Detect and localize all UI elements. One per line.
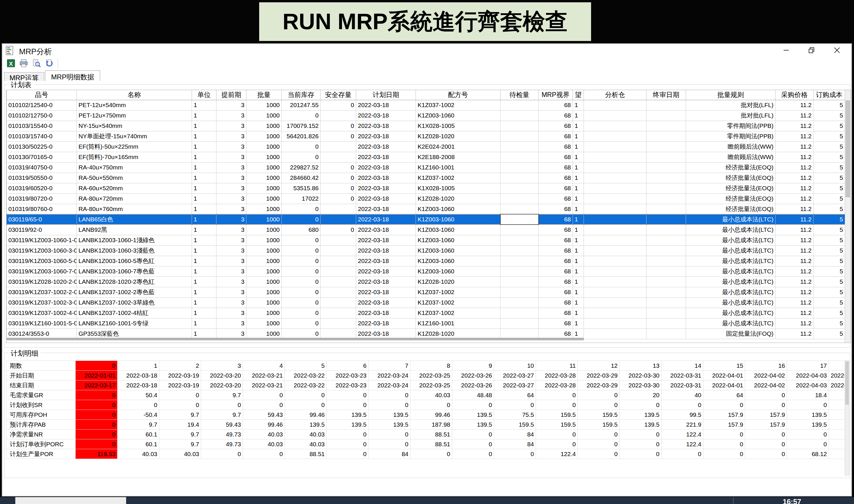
cell[interactable]: 1 xyxy=(192,204,216,214)
cell[interactable]: 68 xyxy=(539,204,573,214)
cell[interactable]: 1000 xyxy=(247,224,282,235)
column-header[interactable]: 望 xyxy=(573,90,584,100)
cell[interactable] xyxy=(501,152,539,162)
cell[interactable]: 68 xyxy=(539,193,573,204)
cell[interactable] xyxy=(501,162,539,173)
plan-detail-vertical-scrollbar[interactable] xyxy=(845,361,849,475)
cell[interactable]: 1 xyxy=(192,235,216,245)
cell[interactable]: 3 xyxy=(216,152,247,162)
cell[interactable]: 201247.55 xyxy=(282,100,321,110)
cell[interactable]: 3 xyxy=(216,328,247,339)
cell[interactable] xyxy=(647,245,686,256)
restore-button[interactable] xyxy=(799,44,824,57)
cell[interactable]: 0 xyxy=(282,214,321,224)
cell[interactable]: 1 xyxy=(192,214,216,224)
cell[interactable]: RA-40u×750mm xyxy=(77,162,192,173)
cell[interactable]: 1000 xyxy=(247,131,282,141)
cell[interactable]: 11.2 xyxy=(776,328,814,339)
cell[interactable] xyxy=(647,100,686,110)
cell[interactable]: 1 xyxy=(573,152,584,162)
cell[interactable]: 68 xyxy=(539,131,573,141)
cell[interactable]: 11.2 xyxy=(776,256,814,266)
plan-table-vertical-scrollbar[interactable] xyxy=(845,90,851,343)
cell[interactable]: 0 xyxy=(321,173,356,183)
cell[interactable]: 1 xyxy=(573,235,584,245)
cell[interactable]: 2022-03-18 xyxy=(356,256,416,266)
cell[interactable] xyxy=(584,100,647,110)
cell[interactable]: 5 xyxy=(814,297,845,308)
cell[interactable] xyxy=(647,308,686,318)
cell[interactable]: 经济批量法(EOQ) xyxy=(686,193,776,204)
column-header[interactable]: 分析仓 xyxy=(584,90,647,100)
cell[interactable]: 0 xyxy=(282,308,321,318)
cell[interactable] xyxy=(501,110,539,121)
cell[interactable]: 030119/K1Z003-1060-5-0 xyxy=(7,256,77,266)
cell[interactable]: LANBK1Z160-1001-5专绿 xyxy=(77,318,192,328)
cell[interactable]: 53515.86 xyxy=(282,183,321,193)
cell[interactable] xyxy=(647,152,686,162)
cell[interactable]: LANBK1Z003-1060-1淺綠色 xyxy=(77,235,192,245)
cell[interactable]: 2022-03-18 xyxy=(356,214,416,224)
cell[interactable] xyxy=(647,121,686,131)
cell[interactable]: 1 xyxy=(192,245,216,256)
cell[interactable] xyxy=(647,110,686,121)
cell[interactable]: 2022-03-18 xyxy=(356,287,416,297)
cell[interactable] xyxy=(647,318,686,328)
cell[interactable]: 最小总成本法(LTC) xyxy=(686,245,776,256)
cell[interactable]: 68 xyxy=(539,183,573,193)
cell[interactable]: 68 xyxy=(539,141,573,152)
cell[interactable] xyxy=(584,141,647,152)
cell[interactable]: 030119/K1Z028-1020-2-0 xyxy=(7,276,77,287)
table-row[interactable]: 010102/12540-0PET-12u×540mm131000201247.… xyxy=(7,100,845,110)
table-row[interactable]: 030124/3553-0GP3553深藍色13100002022-03-18K… xyxy=(7,328,845,339)
tab-mrp-run[interactable]: MRP运算 xyxy=(4,72,44,81)
table-row[interactable]: 030119/K1Z003-1060-1-0LANBK1Z003-1060-1淺… xyxy=(7,235,845,245)
cell[interactable]: 1 xyxy=(573,276,584,287)
table-row[interactable]: 010130/50225-0EF(筒料)-50u×225mm1310000202… xyxy=(7,141,845,152)
cell[interactable]: 11.2 xyxy=(776,266,814,276)
cell[interactable]: 最小总成本法(LTC) xyxy=(686,287,776,297)
cell[interactable]: 1 xyxy=(192,297,216,308)
cell[interactable]: 最小总成本法(LTC) xyxy=(686,308,776,318)
cell[interactable] xyxy=(321,235,356,245)
cell[interactable]: 1 xyxy=(573,328,584,339)
table-row[interactable]: 010319/50550-0RA-50u×550mm131000284660.4… xyxy=(7,173,845,183)
cell[interactable]: RA-60u×520mm xyxy=(77,183,192,193)
cell[interactable]: 2022-03-18 xyxy=(356,328,416,339)
cell[interactable]: 010319/60520-0 xyxy=(7,183,77,193)
cell[interactable]: 0 xyxy=(282,245,321,256)
cell[interactable]: 1 xyxy=(192,131,216,141)
cell[interactable]: 11.2 xyxy=(776,183,814,193)
cell[interactable]: 68 xyxy=(539,328,573,339)
cell[interactable]: 5 xyxy=(814,121,845,131)
cell[interactable]: 1000 xyxy=(247,245,282,256)
cell[interactable]: 5 xyxy=(814,141,845,152)
column-header[interactable]: 批量 xyxy=(247,90,282,100)
cell[interactable]: 68 xyxy=(539,121,573,131)
table-row[interactable]: 010319/80720-0RA-80u×720mm13100017022020… xyxy=(7,193,845,204)
cell[interactable] xyxy=(584,183,647,193)
cell[interactable]: 1 xyxy=(573,204,584,214)
cell[interactable]: 3 xyxy=(216,204,247,214)
cell[interactable]: 最小总成本法(LTC) xyxy=(686,214,776,224)
cell[interactable]: 0 xyxy=(282,235,321,245)
cell[interactable]: 030119/K1Z037-1002-2-0 xyxy=(7,287,77,297)
cell[interactable]: K1Z003-1060 xyxy=(416,204,501,214)
cell[interactable]: 1 xyxy=(192,328,216,339)
cell[interactable] xyxy=(321,266,356,276)
cell[interactable]: 1 xyxy=(573,297,584,308)
cell[interactable]: 030124/3553-0 xyxy=(7,328,77,339)
cell[interactable]: 030119/K1Z003-1060-3-0 xyxy=(7,245,77,256)
cell[interactable] xyxy=(647,131,686,141)
cell[interactable]: LANB65白色 xyxy=(77,214,192,224)
cell[interactable]: 瞻前顾后法(WW) xyxy=(686,152,776,162)
cell[interactable]: 68 xyxy=(539,162,573,173)
cell[interactable] xyxy=(584,152,647,162)
cell[interactable] xyxy=(321,297,356,308)
cell[interactable]: 1000 xyxy=(247,173,282,183)
cell[interactable] xyxy=(501,204,539,214)
cell[interactable] xyxy=(501,183,539,193)
cell[interactable]: 2022-03-18 xyxy=(356,318,416,328)
cell[interactable]: 170079.152 xyxy=(282,121,321,131)
cell[interactable]: 0 xyxy=(321,162,356,173)
